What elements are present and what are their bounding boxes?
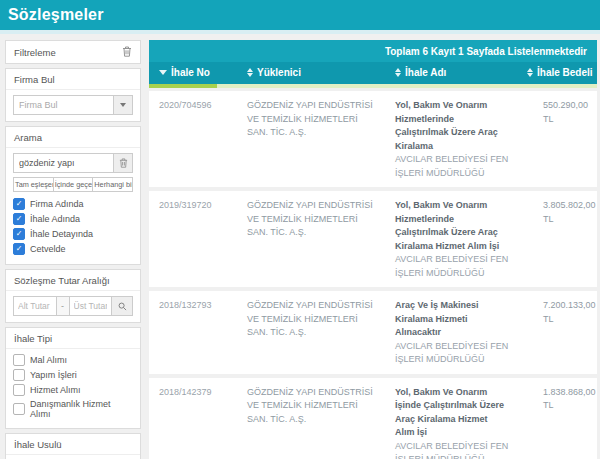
ihale-bedeli-cell: 1.838.868,00 TL — [517, 386, 600, 459]
panel-tutar-araligi: Sözleşme Tutar Aralığı - — [5, 269, 141, 323]
results-area: Toplam 6 Kayıt 1 Sayfada Listelenmektedi… — [149, 40, 597, 459]
search-icon[interactable] — [112, 296, 133, 316]
column-header-ihale-adi[interactable]: İhale Adı — [385, 67, 517, 78]
checkbox-danismanlik-hizmet-alimi[interactable]: Danışmanlık Hizmet Alımı — [13, 399, 133, 419]
ihale-tipi-label: İhale Tipi — [14, 333, 52, 344]
firma-bul-label: Firma Bul — [14, 74, 55, 85]
ihale-no-cell: 2019/319720 — [149, 199, 237, 280]
table-row[interactable]: 2018/142379 GÖZDENİZ YAPI ENDÜSTRİSİ VE … — [149, 378, 597, 459]
checkbox-yapim-isleri[interactable]: Yapım İşleri — [13, 369, 133, 381]
checkbox-ihale-detayinda[interactable]: İhale Detayında — [13, 228, 133, 240]
ihale-usulu-label: İhale Usulü — [14, 439, 62, 450]
checkbox-cetvelde[interactable]: Cetvelde — [13, 243, 133, 255]
checked-checkbox-icon — [13, 243, 25, 255]
ihale-adi-cell: Yol, Bakım Ve Onarım Hizmetlerinde Çalış… — [385, 99, 517, 180]
ihale-bedeli-cell: 7.200.133,00 TL — [517, 299, 600, 367]
checked-checkbox-icon — [13, 198, 25, 210]
checkbox-mal-alimi[interactable]: Mal Alımı — [13, 354, 133, 366]
search-input[interactable] — [13, 153, 113, 173]
panel-arama: Arama Tam eşleşen İçinde geçen Herhangi … — [5, 126, 141, 265]
checkbox-firma-adinda[interactable]: Firma Adında — [13, 198, 133, 210]
ihale-adi-cell: Yol, Bakım Ve Onarım Hizmetlerinde Çalış… — [385, 199, 517, 280]
range-separator: - — [57, 296, 69, 316]
checkbox-hizmet-alimi[interactable]: Hizmet Alımı — [13, 384, 133, 396]
checked-checkbox-icon — [13, 228, 25, 240]
table-row[interactable]: 2019/319720 GÖZDENİZ YAPI ENDÜSTRİSİ VE … — [149, 191, 597, 287]
sort-icon — [395, 68, 401, 77]
yuklenici-cell: GÖZDENİZ YAPI ENDÜSTRİSİ VE TEMİZLİK HİZ… — [237, 386, 385, 459]
match-option-icinde-gecen[interactable]: İçinde geçen — [54, 177, 94, 192]
min-amount-input[interactable] — [13, 296, 57, 316]
yuklenici-cell: GÖZDENİZ YAPI ENDÜSTRİSİ VE TEMİZLİK HİZ… — [237, 299, 385, 367]
firma-bul-select[interactable] — [13, 95, 113, 115]
panel-filtreleme: Filtreleme — [5, 40, 141, 64]
unchecked-checkbox-icon — [13, 403, 25, 415]
checkbox-ihale-adinda[interactable]: İhale Adında — [13, 213, 133, 225]
sort-desc-icon — [159, 70, 167, 75]
filter-header-label: Filtreleme — [14, 47, 56, 58]
match-mode-buttons: Tam eşleşen İçinde geçen Herhangi biri — [13, 177, 133, 192]
unchecked-checkbox-icon — [13, 369, 25, 381]
ihale-adi-cell: Yol, Bakım Ve Onarım İşinde Çalıştırılma… — [385, 386, 517, 459]
sorted-column-indicator — [149, 84, 597, 88]
ihale-bedeli-cell: 550.290,00 TL — [517, 99, 597, 180]
match-option-herhangi-biri[interactable]: Herhangi biri — [93, 177, 133, 192]
clear-search-trash-icon[interactable] — [113, 153, 133, 173]
table-row[interactable]: 2018/132793 GÖZDENİZ YAPI ENDÜSTRİSİ VE … — [149, 291, 597, 374]
results-table-body: 2020/704596 GÖZDENİZ YAPI ENDÜSTRİSİ VE … — [149, 91, 597, 459]
filter-sidebar: Filtreleme Firma Bul — [5, 40, 141, 459]
table-header: Toplam 6 Kayıt 1 Sayfada Listelenmektedi… — [149, 40, 597, 88]
checked-checkbox-icon — [13, 213, 25, 225]
ihale-bedeli-cell: 3.805.802,00 TL — [517, 199, 600, 280]
yuklenici-cell: GÖZDENİZ YAPI ENDÜSTRİSİ VE TEMİZLİK HİZ… — [237, 199, 385, 280]
app-header: Sözleşmeler — [0, 0, 600, 30]
panel-firma-bul: Firma Bul — [5, 68, 141, 122]
table-row[interactable]: 2020/704596 GÖZDENİZ YAPI ENDÜSTRİSİ VE … — [149, 91, 597, 187]
yuklenici-cell: GÖZDENİZ YAPI ENDÜSTRİSİ VE TEMİZLİK HİZ… — [237, 99, 385, 180]
panel-ihale-tipi: İhale Tipi Mal Alımı Yapım İşleri Hizmet… — [5, 327, 141, 429]
trash-icon[interactable] — [122, 46, 132, 59]
sort-icon — [247, 68, 253, 77]
chevron-down-icon[interactable] — [113, 95, 133, 115]
app-window: Sözleşmeler Filtreleme Firma Bul — [0, 0, 600, 459]
search-scope-checkboxes: Firma Adında İhale Adında İhale Detayınd… — [13, 198, 133, 255]
result-summary: Toplam 6 Kayıt 1 Sayfada Listelenmektedi… — [149, 40, 597, 62]
column-header-ihale-bedeli[interactable]: İhale Bedeli — [517, 67, 597, 78]
sort-icon — [527, 68, 533, 77]
ihale-no-cell: 2018/142379 — [149, 386, 237, 459]
column-header-yuklenici[interactable]: Yüklenici — [237, 67, 385, 78]
arama-label: Arama — [14, 132, 42, 143]
unchecked-checkbox-icon — [13, 384, 25, 396]
unchecked-checkbox-icon — [13, 354, 25, 366]
tutar-araligi-label: Sözleşme Tutar Aralığı — [14, 275, 110, 286]
ihale-no-cell: 2020/704596 — [149, 99, 237, 180]
ihale-no-cell: 2018/132793 — [149, 299, 237, 367]
column-header-ihale-no[interactable]: İhale No — [149, 67, 237, 78]
match-option-tam-eslesen[interactable]: Tam eşleşen — [13, 177, 54, 192]
panel-ihale-usulu: İhale Usulü Açık İhale Pazarlık Doğrudan… — [5, 433, 141, 459]
max-amount-input[interactable] — [69, 296, 113, 316]
ihale-adi-cell: Araç Ve İş Makinesi Kiralama Hizmeti Alı… — [385, 299, 517, 367]
page-title: Sözleşmeler — [8, 6, 104, 24]
